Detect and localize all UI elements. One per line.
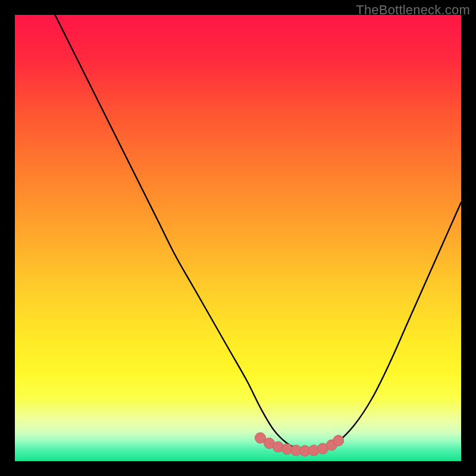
plot-frame bbox=[15, 15, 461, 461]
gradient-background bbox=[15, 15, 461, 461]
bottleneck-chart bbox=[15, 15, 461, 461]
optimal-zone-marker bbox=[333, 436, 344, 446]
watermark-text: TheBottleneck.com bbox=[356, 2, 470, 18]
chart-stage: TheBottleneck.com bbox=[0, 0, 476, 476]
